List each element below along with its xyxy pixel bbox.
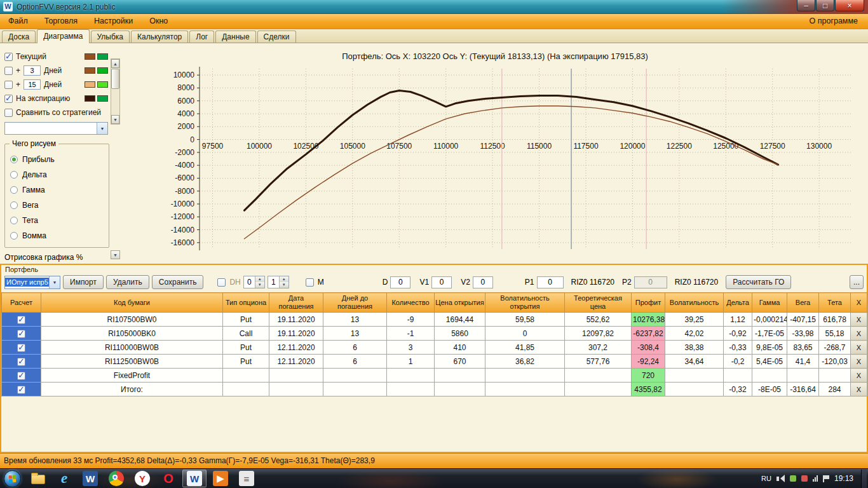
spin-up-icon[interactable]: ▲	[255, 276, 264, 282]
tray-app1-icon[interactable]	[790, 475, 796, 482]
scroll-up-icon[interactable]: ▲	[111, 59, 119, 68]
column-header-14[interactable]: Тета	[819, 293, 851, 313]
calc-cell[interactable]	[2, 327, 41, 341]
row-calc-checkbox[interactable]	[17, 316, 25, 324]
calc-cell[interactable]	[2, 383, 41, 396]
row-delete-button[interactable]: X	[851, 327, 867, 341]
minimize-button[interactable]: –	[797, 0, 815, 11]
expiration-color1-swatch[interactable]	[85, 95, 95, 102]
tab-log[interactable]: Лог	[189, 30, 214, 43]
radio-row-delta[interactable]: Дельта	[10, 167, 109, 182]
dh-checkbox[interactable]	[217, 278, 226, 287]
row-delete-button[interactable]: X	[851, 355, 867, 369]
save-button[interactable]: Сохранить	[152, 275, 204, 289]
radio-delta[interactable]	[10, 171, 18, 179]
preset-select[interactable]: ИОпут испр5 ▼	[4, 276, 60, 289]
row-calc-checkbox[interactable]	[17, 330, 25, 338]
plus3-color2-swatch[interactable]	[97, 67, 108, 74]
tab-calculator[interactable]: Калькулятор	[131, 30, 188, 43]
plus15-checkbox[interactable]	[4, 81, 13, 89]
taskbar-opera-icon[interactable]: O	[156, 470, 180, 487]
maximize-button[interactable]: □	[816, 0, 834, 11]
titlebar[interactable]: W OptionFVV версия 2.1 public – □ ×	[0, 0, 868, 14]
column-header-11[interactable]: Дельта	[724, 293, 752, 313]
taskbar-explorer-icon[interactable]	[26, 470, 50, 487]
menu-trade[interactable]: Торговля	[36, 14, 86, 29]
menu-settings[interactable]: Настройки	[86, 14, 141, 29]
radio-row-theta[interactable]: Тета	[10, 213, 109, 228]
spinner-1[interactable]: 0 ▲▼	[243, 276, 265, 288]
volume-icon[interactable]	[776, 475, 785, 482]
menu-about[interactable]: О программе	[799, 14, 868, 29]
row-delete-button[interactable]: X	[851, 341, 867, 355]
close-button[interactable]: ×	[835, 0, 864, 11]
plus15-color2-swatch[interactable]	[97, 81, 108, 88]
row-calc-checkbox[interactable]	[17, 358, 25, 366]
spinner-2[interactable]: 1 ▲▼	[268, 276, 289, 288]
column-header-4[interactable]: Дней до погашения	[323, 293, 387, 313]
radio-row-vega[interactable]: Вега	[10, 198, 109, 213]
menu-window[interactable]: Окно	[141, 14, 176, 29]
v1-field[interactable]: 0	[431, 276, 452, 288]
current-checkbox[interactable]	[4, 53, 13, 61]
scrollbar-thumb[interactable]	[111, 69, 119, 89]
column-header-8[interactable]: Теоретическая цена	[565, 293, 632, 313]
expiration-checkbox[interactable]	[4, 95, 13, 103]
calc-cell[interactable]	[2, 313, 41, 327]
column-header-1[interactable]: Код бумаги	[41, 293, 223, 313]
current-color1-swatch[interactable]	[85, 53, 95, 60]
compare-strategy-checkbox[interactable]	[4, 109, 13, 117]
days-15-input[interactable]	[24, 79, 41, 90]
radio-profit[interactable]	[10, 156, 18, 163]
column-header-9[interactable]: Профит	[632, 293, 665, 313]
radio-row-vomma[interactable]: Вомма	[10, 228, 109, 243]
radio-gamma[interactable]	[10, 186, 18, 194]
tray-app2-icon[interactable]	[801, 475, 808, 482]
tab-data[interactable]: Данные	[215, 30, 255, 43]
taskbar-notes-icon[interactable]: ≡	[234, 470, 259, 487]
scroll-down-icon[interactable]: ▼	[111, 115, 119, 124]
column-header-12[interactable]: Гамма	[752, 293, 787, 313]
row-calc-checkbox[interactable]	[17, 386, 25, 394]
column-header-6[interactable]: Цена открытия	[435, 293, 485, 313]
spin-down-icon[interactable]: ▼	[255, 282, 264, 288]
start-button[interactable]	[4, 470, 21, 487]
scroll-down-bottom-icon[interactable]: ▼	[111, 250, 120, 259]
p2-field[interactable]: 0	[634, 276, 667, 288]
column-header-13[interactable]: Вега	[787, 293, 819, 313]
column-header-10[interactable]: Волатильность	[665, 293, 724, 313]
d-field[interactable]: 0	[390, 276, 410, 288]
language-indicator[interactable]: RU	[761, 475, 771, 482]
m-checkbox[interactable]	[306, 278, 314, 287]
plus15-color1-swatch[interactable]	[85, 81, 95, 88]
radio-row-profit[interactable]: Прибыль	[10, 152, 109, 167]
spin-down-icon[interactable]: ▼	[280, 282, 288, 288]
row-calc-checkbox[interactable]	[17, 372, 25, 380]
tab-diagram[interactable]: Диаграмма	[37, 29, 89, 43]
taskbar-ie-icon[interactable]: e	[52, 470, 76, 487]
column-header-2[interactable]: Тип опциона	[223, 293, 269, 313]
current-color2-swatch[interactable]	[97, 53, 108, 60]
taskbar-chrome-icon[interactable]	[104, 470, 128, 487]
row-delete-button[interactable]: X	[851, 313, 867, 327]
import-button[interactable]: Импорт	[63, 275, 104, 289]
calc-cell[interactable]	[2, 355, 41, 369]
clock[interactable]: 19:13	[834, 474, 853, 483]
expiration-color2-swatch[interactable]	[97, 95, 108, 102]
strategy-select[interactable]: ▼	[4, 122, 108, 135]
column-header-15[interactable]: X	[851, 293, 867, 313]
plus3-checkbox[interactable]	[4, 67, 13, 75]
radio-theta[interactable]	[10, 217, 18, 224]
column-header-0[interactable]: Расчет	[2, 293, 41, 313]
taskbar-optionfvv-icon[interactable]: W	[182, 470, 207, 487]
p1-field[interactable]: 0	[537, 276, 564, 288]
network-icon[interactable]	[813, 475, 818, 482]
show-desktop-button[interactable]	[861, 470, 867, 488]
action-center-icon[interactable]	[823, 475, 829, 482]
spin-up-icon[interactable]: ▲	[280, 276, 288, 282]
sidebar-scrollbar[interactable]: ▲ ▼	[111, 58, 120, 125]
more-button[interactable]: ...	[850, 275, 864, 289]
radio-vega[interactable]	[10, 201, 18, 209]
plus3-color1-swatch[interactable]	[85, 67, 95, 74]
row-delete-button[interactable]: X	[851, 383, 867, 396]
